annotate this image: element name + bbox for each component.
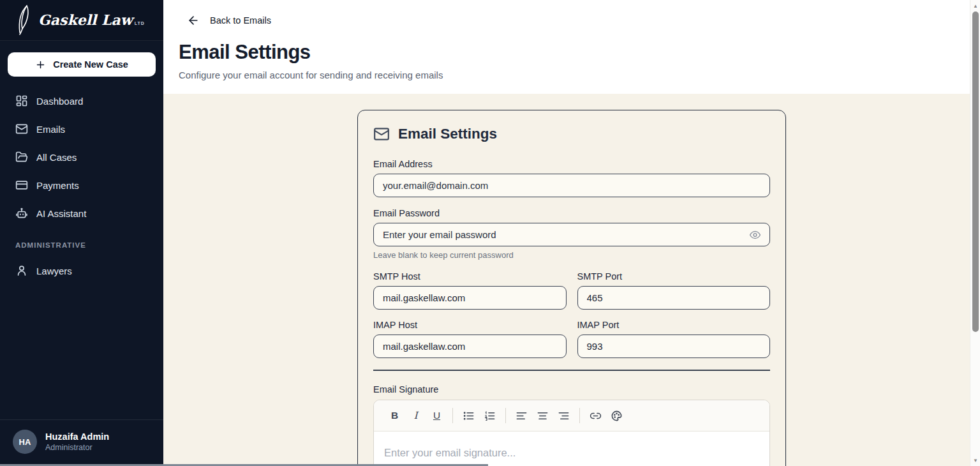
bold-button[interactable]: B — [384, 405, 405, 426]
mail-icon — [373, 126, 390, 142]
align-right-icon — [558, 410, 570, 422]
smtp-port-field-group: SMTP Port — [577, 271, 771, 310]
ordered-list-icon — [484, 410, 496, 422]
sidebar-item-dashboard[interactable]: Dashboard — [8, 87, 156, 115]
underline-button[interactable]: U — [426, 405, 447, 426]
smtp-row: SMTP Host SMTP Port — [373, 271, 770, 310]
email-password-input[interactable] — [373, 223, 770, 246]
toggle-password-visibility-button[interactable] — [748, 227, 762, 242]
user-profile[interactable]: HA Huzaifa Admin Administrator — [0, 419, 163, 466]
sidebar-item-label: AI Assistant — [36, 208, 86, 219]
italic-button[interactable]: I — [405, 405, 426, 426]
back-link-label: Back to Emails — [210, 15, 271, 26]
section-divider — [373, 370, 770, 371]
email-password-label: Email Password — [373, 208, 770, 218]
toolbar-separator — [505, 408, 506, 423]
email-address-label: Email Address — [373, 159, 770, 169]
sidebar-item-label: All Cases — [36, 152, 77, 163]
insert-link-button[interactable] — [585, 405, 606, 426]
sidebar-admin-nav: Lawyers — [0, 253, 163, 289]
user-icon — [15, 264, 28, 277]
content-area: Email Settings Email Address Email Passw… — [163, 94, 980, 466]
mail-icon — [15, 123, 28, 135]
vertical-scrollbar[interactable]: ▲ ▼ — [970, 0, 980, 466]
imap-port-input[interactable] — [577, 334, 771, 358]
email-settings-card: Email Settings Email Address Email Passw… — [357, 110, 786, 466]
toolbar-separator — [579, 408, 580, 423]
sidebar-item-label: Payments — [36, 180, 79, 191]
scroll-up-arrow-icon[interactable]: ▲ — [970, 1, 980, 10]
email-address-input[interactable] — [373, 174, 770, 197]
palette-icon — [611, 410, 623, 422]
bullet-list-icon — [463, 410, 475, 422]
align-center-icon — [537, 410, 549, 422]
scroll-down-arrow-icon[interactable]: ▼ — [970, 456, 980, 465]
sidebar-item-emails[interactable]: Emails — [8, 115, 156, 143]
link-icon — [590, 410, 602, 422]
credit-card-icon — [15, 179, 28, 192]
sidebar: Gaskell LawLTD Create New Case Dashboard — [0, 0, 163, 466]
smtp-port-label: SMTP Port — [577, 271, 771, 282]
bullet-list-button[interactable] — [458, 405, 479, 426]
arrow-left-icon — [187, 14, 200, 27]
administrative-section-label: ADMINISTRATIVE — [15, 241, 148, 249]
bot-icon — [15, 207, 28, 220]
brand-suffix: LTD — [135, 21, 145, 26]
sidebar-item-lawyers[interactable]: Lawyers — [8, 257, 156, 285]
align-center-button[interactable] — [532, 405, 553, 426]
sidebar-spacer — [0, 289, 163, 419]
create-new-case-label: Create New Case — [53, 59, 128, 70]
ordered-list-button[interactable] — [479, 405, 500, 426]
brand-logo[interactable]: Gaskell LawLTD — [0, 0, 163, 41]
imap-port-label: IMAP Port — [577, 320, 771, 330]
brand-name: Gaskell LawLTD — [38, 11, 145, 28]
main-area: Back to Emails Email Settings Configure … — [163, 0, 980, 466]
password-helper-text: Leave blank to keep current password — [373, 250, 770, 260]
sidebar-item-all-cases[interactable]: All Cases — [8, 143, 156, 171]
card-title: Email Settings — [398, 126, 497, 142]
back-to-emails-link[interactable]: Back to Emails — [187, 14, 965, 27]
email-signature-label: Email Signature — [373, 384, 770, 395]
imap-port-field-group: IMAP Port — [577, 320, 771, 358]
user-role: Administrator — [45, 442, 109, 453]
signature-editor: B I U — [373, 400, 770, 466]
signature-toolbar: B I U — [374, 400, 769, 432]
align-left-button[interactable] — [511, 405, 532, 426]
imap-host-label: IMAP Host — [373, 320, 567, 330]
align-right-button[interactable] — [553, 405, 574, 426]
toolbar-separator — [452, 408, 453, 423]
sidebar-item-label: Emails — [36, 124, 65, 135]
page-subtitle: Configure your email account for sending… — [179, 70, 965, 80]
text-color-palette-button[interactable] — [606, 405, 627, 426]
vertical-scrollbar-thumb[interactable] — [972, 11, 979, 332]
smtp-host-label: SMTP Host — [373, 271, 567, 282]
eye-icon — [749, 229, 761, 241]
page-header: Back to Emails Email Settings Configure … — [163, 0, 980, 94]
smtp-host-field-group: SMTP Host — [373, 271, 567, 310]
dashboard-grid-icon — [15, 94, 28, 107]
smtp-host-input[interactable] — [373, 286, 567, 310]
card-title-row: Email Settings — [373, 126, 770, 142]
sidebar-item-payments[interactable]: Payments — [8, 171, 156, 199]
folder-open-icon — [15, 151, 28, 163]
signature-editor-body[interactable]: Enter your email signature... — [374, 432, 769, 466]
imap-row: IMAP Host IMAP Port — [373, 320, 770, 358]
sidebar-nav: Dashboard Emails All Cases — [0, 83, 163, 231]
plus-icon — [35, 59, 46, 70]
signature-placeholder: Enter your email signature... — [384, 447, 516, 458]
user-name: Huzaifa Admin — [45, 431, 109, 442]
sidebar-item-ai-assistant[interactable]: AI Assistant — [8, 199, 156, 227]
email-address-field-group: Email Address — [373, 159, 770, 197]
imap-host-field-group: IMAP Host — [373, 320, 567, 358]
sidebar-item-label: Dashboard — [36, 96, 83, 107]
email-password-field-group: Email Password Leave blank to keep curre… — [373, 208, 770, 260]
sidebar-item-label: Lawyers — [36, 266, 72, 276]
avatar: HA — [13, 430, 37, 454]
imap-host-input[interactable] — [373, 334, 567, 358]
align-left-icon — [516, 410, 528, 422]
page-title: Email Settings — [179, 41, 965, 64]
create-new-case-button[interactable]: Create New Case — [8, 52, 156, 77]
smtp-port-input[interactable] — [577, 286, 771, 310]
